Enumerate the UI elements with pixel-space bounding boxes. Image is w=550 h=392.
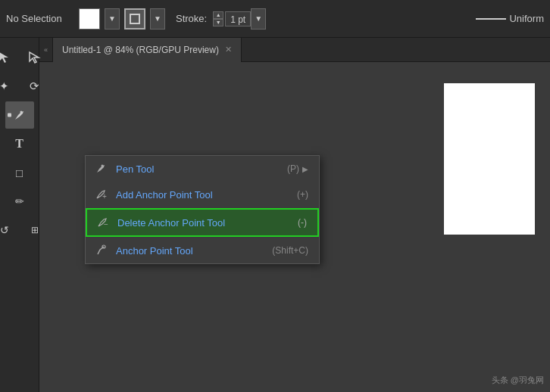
add-anchor-label: Add Anchor Point Tool [116,189,291,201]
canvas-document [444,83,535,235]
stroke-icon-btn[interactable] [124,8,145,30]
rectangle-tool[interactable]: □ [5,159,34,186]
stroke-dropdown[interactable]: ▼ [150,8,165,30]
stroke-spinner[interactable]: ▲ ▼ [213,11,223,26]
rotate-row: ↺ ⊞ [0,216,49,244]
selection-label: No Selection [6,13,74,24]
svg-marker-1 [0,52,8,63]
anchor-point-icon [93,242,110,259]
svg-text:+: + [102,192,107,201]
fill-swatch[interactable] [79,8,100,30]
scale-tool[interactable]: ⊞ [20,216,49,244]
pen-tool-submenu-arrow: ▶ [302,165,308,173]
top-toolbar: No Selection ▼ ▼ Stroke: ▲ ▼ 1 pt ▼ Unif… [0,0,550,38]
svg-point-4 [102,165,104,167]
tab-close-btn[interactable]: ✕ [225,45,232,54]
stroke-label: Stroke: [176,13,207,24]
magic-wand-tool[interactable]: ✦ [0,73,19,100]
svg-marker-2 [30,52,39,63]
canvas-area: « Untitled-1 @ 84% (RGB/GPU Preview) ✕ P… [39,38,550,392]
tab-bar: « Untitled-1 @ 84% (RGB/GPU Preview) ✕ [39,38,550,62]
menu-item-delete-anchor[interactable]: − Delete Anchor Point Tool (-) [86,208,319,237]
fill-dropdown[interactable]: ▼ [105,8,120,30]
stroke-icon [129,13,141,25]
pen-row [5,101,34,129]
menu-item-anchor-point[interactable]: Anchor Point Tool (Shift+C) [86,238,319,263]
selection-tools-row [0,44,49,71]
direct-selection-tool[interactable] [20,44,49,71]
pen-tool-shortcut: (P) [287,163,299,174]
add-anchor-icon: + [93,186,110,203]
menu-item-add-anchor[interactable]: + Add Anchor Point Tool (+) [86,182,319,207]
main-area: ✦ ⟳ T □ ✏ [0,38,550,392]
lasso-tool[interactable]: ⟳ [20,73,49,100]
type-row: T [5,130,34,157]
blob-brush-tool[interactable]: ✏ [5,188,34,215]
selection-tool[interactable] [0,44,19,71]
svg-point-3 [20,111,22,114]
type-tool[interactable]: T [5,130,34,157]
anchor-point-label: Anchor Point Tool [116,245,266,257]
menu-item-pen-tool[interactable]: Pen Tool (P) ▶ [86,156,319,182]
pen-indicator [8,114,11,117]
watermark: 头条 @羽兔网 [492,375,544,386]
pen-tool[interactable] [5,101,34,129]
uniform-line [476,18,506,20]
delete-anchor-icon: − [95,214,111,231]
tab-title: Untitled-1 @ 84% (RGB/GPU Preview) [62,45,219,55]
delete-anchor-label: Delete Anchor Point Tool [117,217,292,229]
anchor-point-shortcut: (Shift+C) [272,245,308,256]
stroke-down[interactable]: ▼ [213,19,223,26]
pen-tool-icon [93,160,110,177]
context-menu: Pen Tool (P) ▶ + Add Anchor Point Tool (… [85,155,320,264]
stroke-unit-dropdown[interactable]: ▼ [251,8,266,30]
stroke-value[interactable]: 1 pt [225,11,251,26]
svg-rect-0 [130,14,139,23]
brush-row: ✏ [5,188,34,215]
rotate-tool[interactable]: ↺ [0,216,19,244]
add-anchor-shortcut: (+) [297,189,308,200]
pen-tool-label: Pen Tool [116,163,281,175]
shape-row: □ [5,159,34,186]
stroke-up[interactable]: ▲ [213,11,223,19]
magic-lasso-row: ✦ ⟳ [0,73,49,100]
delete-anchor-shortcut: (-) [298,217,307,228]
svg-text:−: − [104,220,108,229]
uniform-text: Uniform [509,13,544,24]
uniform-area: Uniform [476,13,544,24]
document-tab[interactable]: Untitled-1 @ 84% (RGB/GPU Preview) ✕ [53,38,242,62]
left-toolbar: ✦ ⟳ T □ ✏ [0,38,39,392]
